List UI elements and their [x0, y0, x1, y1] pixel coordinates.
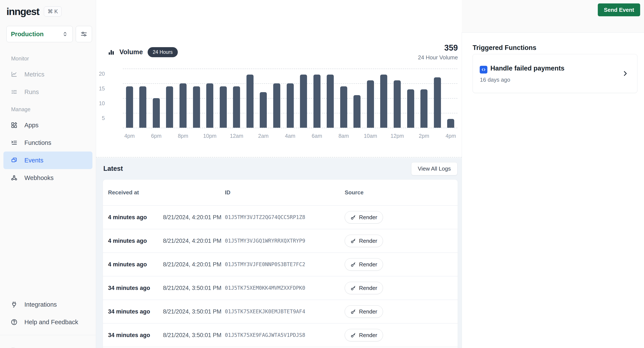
event-id: 01J5TMY3VJFE0NNP0S3BTE7FC2 — [223, 261, 342, 267]
function-name: Handle failed payments — [490, 65, 564, 72]
sidebar-item-metrics[interactable]: Metrics — [4, 66, 92, 83]
volume-bar-9pm[interactable] — [193, 86, 200, 128]
volume-bar-11am[interactable] — [380, 75, 387, 128]
volume-bar-12am[interactable] — [233, 86, 240, 128]
volume-bar-5pm[interactable] — [139, 86, 146, 128]
sidebar-item-apps[interactable]: Apps — [4, 116, 92, 134]
source-badge[interactable]: Render — [345, 235, 383, 247]
chart-x-tick-label: 4pm — [444, 133, 458, 139]
volume-bar-10am[interactable] — [367, 80, 374, 128]
volume-bar-4am[interactable] — [287, 83, 294, 128]
chart-x-tick-label — [297, 133, 310, 139]
event-id: 01J5TMY3VJTZ2QG74QCC5RP1Z8 — [223, 214, 342, 220]
command-k-shortcut[interactable]: ⌘ K — [44, 7, 62, 17]
event-received-relative: 4 minutes ago — [108, 238, 147, 244]
chart-x-tick-label: 2am — [257, 133, 270, 139]
bar-chart-icon — [108, 49, 115, 56]
source-badge[interactable]: Render — [345, 211, 383, 224]
source-badge[interactable]: Render — [345, 282, 383, 294]
volume-bar-10pm[interactable] — [206, 83, 213, 128]
function-code-icon — [480, 66, 488, 74]
sidebar-divider — [0, 335, 96, 335]
chart-x-tick-label — [270, 133, 284, 139]
key-icon — [350, 332, 356, 338]
volume-bar-4pm[interactable] — [447, 119, 454, 128]
volume-bar-3am[interactable] — [273, 83, 280, 128]
volume-bar-7am[interactable] — [327, 75, 334, 128]
latest-section: Latest View All Logs Received at ID Sour… — [96, 158, 462, 348]
volume-bar-1pm[interactable] — [407, 89, 414, 128]
user-menu[interactable]: IN Inngest Demo Charly Poly — [6, 347, 64, 348]
sidebar-item-functions[interactable]: Functions — [4, 134, 92, 151]
send-event-button[interactable]: Send Event — [598, 4, 640, 16]
volume-total: 359 — [418, 43, 458, 53]
event-id: 01J5TMY3VJGQ1WRYRRXQXTRYP9 — [223, 238, 342, 244]
sidebar-item-webhooks[interactable]: Webhooks — [4, 169, 92, 187]
environment-select[interactable]: Production — [6, 26, 73, 42]
events-windows-icon — [11, 157, 18, 164]
event-received-relative: 4 minutes ago — [108, 261, 147, 268]
event-row[interactable]: 34 minutes ago8/21/2024, 3:50:01 PM01J5T… — [103, 300, 458, 323]
sidebar-item-help-and-feedback[interactable]: Help and Feedback — [4, 313, 92, 331]
view-all-logs-button[interactable]: View All Logs — [411, 162, 458, 175]
event-received-datetime: 8/21/2024, 3:50:01 PM — [163, 308, 222, 315]
event-received-datetime: 8/21/2024, 3:50:01 PM — [163, 285, 222, 291]
chart-x-tick-label: 6pm — [150, 133, 163, 139]
chart-y-tick-label: 5 — [93, 115, 105, 121]
source-badge[interactable]: Render — [345, 329, 383, 341]
event-received-datetime: 8/21/2024, 3:50:01 PM — [163, 332, 222, 338]
event-received-relative: 34 minutes ago — [108, 308, 150, 315]
volume-bar-6pm[interactable] — [153, 98, 160, 128]
sidebar-item-label: Runs — [24, 88, 39, 96]
volume-bar-9am[interactable] — [354, 95, 360, 128]
chart-x-tick-label: 2pm — [417, 133, 431, 139]
key-icon — [350, 309, 356, 314]
event-row[interactable]: 34 minutes ago8/21/2024, 3:50:01 PM01J5T… — [103, 276, 458, 300]
volume-bar-1am[interactable] — [246, 75, 254, 128]
chart-x-tick-label — [163, 133, 176, 139]
volume-bar-8pm[interactable] — [180, 83, 186, 128]
sidebar-item-events[interactable]: Events — [4, 151, 92, 169]
sidebar-item-runs[interactable]: Runs — [4, 83, 92, 101]
chart-x-tick-label — [136, 133, 150, 139]
event-row[interactable]: 4 minutes ago8/21/2024, 4:20:01 PM01J5TM… — [103, 252, 458, 276]
source-badge[interactable]: Render — [345, 258, 383, 271]
chart-x-tick-label — [431, 133, 444, 139]
column-header-received-at: Received at — [103, 189, 223, 196]
sidebar-item-integrations[interactable]: Integrations — [4, 296, 92, 313]
event-row[interactable]: 34 minutes ago8/21/2024, 3:50:01 PM01J5T… — [103, 323, 458, 347]
source-badge[interactable]: Render — [345, 305, 383, 318]
volume-bar-5am[interactable] — [300, 75, 307, 128]
volume-bar-11pm[interactable] — [220, 86, 227, 128]
function-card[interactable]: Handle failed payments 16 days ago — [472, 54, 637, 93]
source-name: Render — [359, 238, 377, 244]
volume-bar-7pm[interactable] — [166, 86, 173, 128]
volume-title: Volume — [120, 48, 143, 56]
column-header-id: ID — [223, 189, 342, 196]
triggered-functions-panel: Triggered Functions Handle failed paymen… — [462, 33, 644, 348]
nav-section-label: Monitor — [4, 50, 92, 66]
event-row[interactable]: 4 minutes ago8/21/2024, 4:20:01 PM01J5TM… — [103, 229, 458, 252]
key-icon — [350, 215, 356, 220]
event-row[interactable]: 44 minutes ago8/21/2024, 3:40:01 PM01J5T… — [103, 347, 458, 348]
volume-bar-8am[interactable] — [340, 86, 347, 128]
volume-bar-3pm[interactable] — [434, 77, 441, 128]
volume-bar-2pm[interactable] — [420, 89, 428, 128]
sliders-icon — [80, 31, 88, 38]
source-name: Render — [359, 214, 377, 221]
volume-bar-4pm[interactable] — [126, 86, 133, 128]
volume-bar-12pm[interactable] — [394, 80, 401, 128]
key-icon — [350, 238, 356, 244]
source-name: Render — [359, 332, 377, 338]
chart-x-tick-label: 4am — [284, 133, 297, 139]
volume-bar-2am[interactable] — [260, 92, 267, 128]
events-table: Received at ID Source 4 minutes ago8/21/… — [103, 179, 458, 348]
environment-settings-button[interactable] — [76, 26, 92, 42]
key-icon — [350, 262, 356, 267]
chart-x-tick-label: 12pm — [390, 133, 404, 139]
event-row[interactable]: 4 minutes ago8/21/2024, 4:20:01 PM01J5TM… — [103, 205, 458, 229]
volume-bar-6am[interactable] — [314, 75, 320, 128]
environment-label: Production — [11, 31, 44, 38]
sidebar-item-label: Functions — [24, 139, 51, 146]
line-chart-icon — [11, 71, 18, 78]
